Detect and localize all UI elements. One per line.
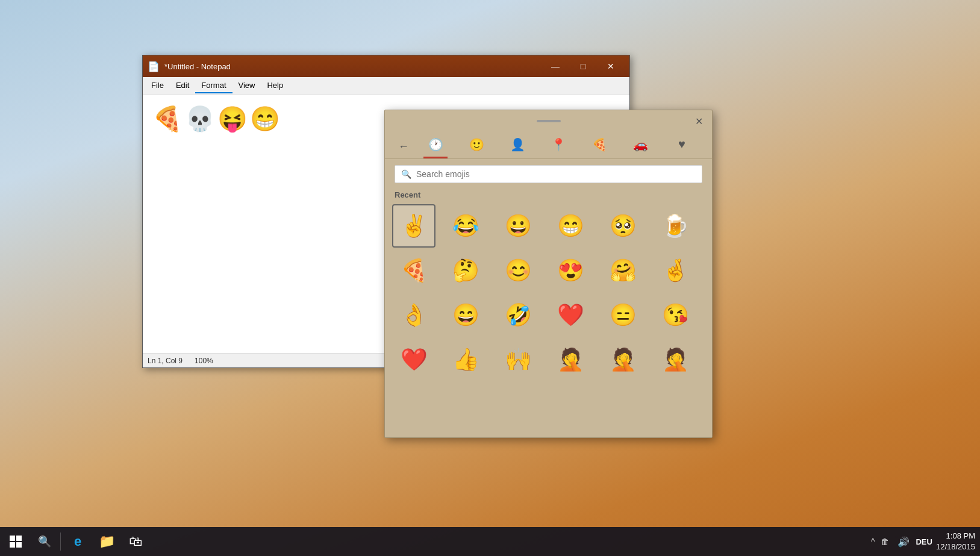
clock-time: 1:08 PM [936, 531, 975, 542]
store-icon: 🛍 [129, 534, 142, 549]
minimize-button[interactable]: — [541, 55, 569, 77]
desktop: 📄 *Untitled - Notepad — □ ✕ File Edit Fo… [0, 0, 980, 556]
menu-format[interactable]: Format [195, 78, 232, 93]
menu-help[interactable]: Help [261, 78, 289, 93]
menu-view[interactable]: View [233, 78, 261, 93]
emoji-section-recent: Recent [385, 188, 712, 204]
notepad-title: *Untitled - Notepad [164, 62, 541, 71]
win-logo-bl [10, 542, 15, 548]
emoji-cat-travel[interactable]: 🚗 [629, 134, 653, 158]
emoji-grid: ✌️ 😂 😀 😁 🥺 🍺 🍕 🤔 😊 😍 🤗 🤞 👌 😄 🤣 ❤️ 😑 😘 ❤️… [385, 204, 712, 381]
emoji-cell[interactable]: 😘 [654, 293, 697, 337]
emoji-cat-places[interactable]: 📍 [546, 134, 570, 158]
emoji-search-bar[interactable]: 🔍 [395, 165, 702, 183]
emoji-panel-nav: ← 🕐 🙂 👤 📍 🍕 🚗 ♥ [385, 132, 712, 159]
emoji-cell[interactable]: 😄 [445, 293, 488, 337]
edge-icon: e [74, 534, 81, 549]
emoji-grin: 😁 [250, 105, 280, 133]
win-logo-tr [16, 536, 22, 541]
taskbar-store[interactable]: 🛍 [121, 527, 150, 556]
taskbar: 🔍 e 📁 🛍 ^ 🗑 🔊 DEU 1:08 PM 12/18/2015 [0, 527, 980, 556]
emoji-cell[interactable]: ✌️ [392, 204, 435, 248]
notepad-titlebar[interactable]: 📄 *Untitled - Notepad — □ ✕ [143, 55, 629, 77]
emoji-cell[interactable]: 😊 [497, 249, 540, 292]
close-button[interactable]: ✕ [597, 55, 625, 77]
emoji-cell[interactable]: 🤗 [601, 249, 644, 292]
tray-show-hidden[interactable]: ^ [869, 536, 878, 548]
emoji-cat-people[interactable]: 👤 [505, 134, 529, 158]
search-icon: 🔍 [401, 169, 411, 179]
emoji-cat-smileys[interactable]: 🙂 [464, 134, 488, 158]
emoji-panel-header: ✕ [385, 110, 712, 132]
recycle-bin-icon[interactable]: 🗑 [878, 536, 891, 548]
zoom-level: 100% [195, 357, 213, 365]
menu-file[interactable]: File [145, 78, 170, 93]
emoji-cell[interactable]: 🤔 [445, 249, 488, 292]
emoji-skull: 💀 [185, 105, 215, 133]
emoji-category-bar: 🕐 🙂 👤 📍 🍕 🚗 ♥ [415, 134, 702, 158]
win-logo-br [16, 542, 22, 548]
taskbar-edge[interactable]: e [63, 527, 92, 556]
emoji-panel-close-button[interactable]: ✕ [693, 115, 705, 127]
emoji-cell[interactable]: 😍 [549, 249, 593, 292]
win-logo-tl [10, 536, 15, 541]
emoji-cell[interactable]: 🤦 [654, 338, 697, 381]
emoji-cell[interactable]: 🤞 [654, 249, 697, 292]
emoji-cell[interactable]: 🍺 [654, 204, 697, 248]
start-button[interactable] [0, 527, 31, 556]
system-tray: ^ 🗑 [869, 536, 892, 548]
emoji-cell[interactable]: ❤️ [392, 338, 435, 381]
search-icon: 🔍 [38, 535, 51, 548]
emoji-cell[interactable]: 🥺 [601, 204, 644, 248]
emoji-cell[interactable]: ❤️ [549, 293, 593, 337]
emoji-cell[interactable]: 😁 [549, 204, 593, 248]
emoji-cell[interactable]: 👍 [445, 338, 488, 381]
emoji-search-input[interactable] [416, 169, 696, 179]
volume-icon[interactable]: 🔊 [895, 536, 912, 548]
emoji-cell[interactable]: 👌 [392, 293, 435, 337]
taskbar-explorer[interactable]: 📁 [92, 527, 121, 556]
emoji-cell[interactable]: 🙌 [497, 338, 540, 381]
notepad-menubar: File Edit Format View Help [143, 77, 629, 95]
taskbar-divider [60, 533, 61, 551]
taskbar-search-button[interactable]: 🔍 [31, 527, 58, 556]
emoji-back-button[interactable]: ← [395, 138, 413, 155]
emoji-cell[interactable]: 😂 [445, 204, 488, 248]
emoji-cell[interactable]: 🤣 [497, 293, 540, 337]
emoji-cat-symbols[interactable]: ♥ [670, 134, 694, 158]
emoji-cell[interactable]: 🤦 [601, 338, 644, 381]
clock[interactable]: 1:08 PM 12/18/2015 [936, 531, 975, 552]
emoji-cell[interactable]: 🍕 [392, 249, 435, 292]
emoji-panel: ✕ ← 🕐 🙂 👤 📍 🍕 🚗 ♥ 🔍 Recent ✌️ 😂 😀 😁 � [384, 110, 713, 438]
cursor-position: Ln 1, Col 9 [148, 357, 183, 365]
emoji-cell[interactable]: 😑 [601, 293, 644, 337]
language-indicator[interactable]: DEU [916, 537, 932, 546]
clock-date: 12/18/2015 [936, 542, 975, 552]
emoji-stuck-out: 😝 [217, 105, 248, 133]
notepad-icon: 📄 [148, 61, 160, 72]
emoji-pizza: 🍕 [152, 105, 183, 133]
explorer-icon: 📁 [99, 534, 115, 549]
emoji-cat-food[interactable]: 🍕 [588, 134, 612, 158]
emoji-cell[interactable]: 😀 [497, 204, 540, 248]
emoji-cell[interactable]: 🤦 [549, 338, 593, 381]
windows-logo [10, 536, 22, 548]
maximize-button[interactable]: □ [569, 55, 597, 77]
drag-handle[interactable] [537, 120, 561, 122]
menu-edit[interactable]: Edit [170, 78, 195, 93]
emoji-cat-recent[interactable]: 🕐 [423, 134, 448, 158]
taskbar-right: ^ 🗑 🔊 DEU 1:08 PM 12/18/2015 [869, 531, 980, 552]
